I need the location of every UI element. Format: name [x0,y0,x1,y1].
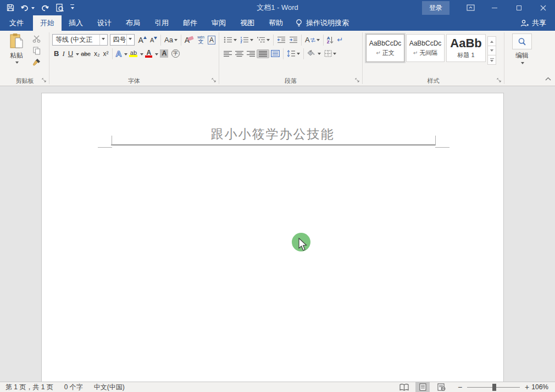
grow-font-button[interactable]: A [137,35,148,45]
font-size-combo[interactable]: 四号 [110,34,135,46]
font-color-button[interactable]: A [143,49,154,58]
text-highlight-button[interactable]: ab [127,49,139,58]
align-center-icon [235,51,243,57]
editing-button[interactable]: 编辑 [505,31,539,76]
shrink-font-button[interactable]: A [148,36,159,44]
distribute-button[interactable] [269,49,281,58]
superscript-button[interactable]: x² [102,49,110,58]
show-hide-marks-button[interactable]: ↵ [335,35,345,44]
read-mode-button[interactable] [397,382,411,392]
tab-insert[interactable]: 插入 [62,15,90,31]
tab-mailings[interactable]: 邮件 [176,15,204,31]
zoom-slider-thumb[interactable] [492,384,496,391]
tab-references[interactable]: 引用 [147,15,176,31]
minimize-button[interactable] [482,0,507,15]
tab-file[interactable]: 文件 [0,15,33,31]
paste-button[interactable]: 粘贴 [4,33,29,76]
asian-layout-button[interactable]: A [303,35,321,44]
justify-button[interactable] [257,49,269,58]
sort-button[interactable]: A Z [325,36,336,44]
format-painter-button[interactable] [31,57,42,67]
page-number-status[interactable]: 第 1 页，共 1 页 [0,382,59,392]
maximize-button[interactable] [507,0,531,15]
document-title-text[interactable]: 跟小小筱学办公技能 [42,126,503,143]
customize-qat-icon[interactable] [70,4,74,11]
tell-me-search[interactable]: 操作说明搜索 [290,15,354,31]
font-name-value: 等线 (中文正 [56,35,99,44]
line-spacing-icon [287,50,296,57]
ribbon-display-options-icon[interactable] [458,0,482,15]
subscript-button[interactable]: x₂ [92,49,102,58]
styles-scroll-down-button[interactable] [487,46,496,55]
web-layout-button[interactable] [434,382,448,392]
strikethrough-button[interactable]: abc [79,50,92,58]
tab-view[interactable]: 视图 [233,15,262,31]
bold-button[interactable]: B [52,49,60,58]
font-size-dropdown-icon[interactable] [126,35,134,45]
character-shading-button[interactable]: A [158,49,170,58]
tab-home[interactable]: 开始 [33,15,62,31]
change-case-button[interactable]: Aa [163,35,179,44]
tab-help[interactable]: 帮助 [262,15,290,31]
zoom-level[interactable]: 106% [531,383,555,391]
collapse-ribbon-button[interactable] [545,73,551,83]
group-clipboard: 粘贴 剪贴板 [1,31,48,86]
margin-crop-mark-left-vertical [112,136,112,145]
style-heading-1[interactable]: AaBb 标题 1 [446,34,486,62]
underline-button[interactable]: U [66,49,75,58]
undo-dropdown-icon[interactable] [31,7,35,11]
undo-button[interactable] [20,4,35,12]
share-button[interactable]: 共享 [511,15,555,31]
line-spacing-button[interactable] [285,49,302,58]
tab-design[interactable]: 设计 [90,15,119,31]
align-center-button[interactable] [234,50,245,58]
style-no-spacing[interactable]: AaBbCcDc ↵ 无间隔 [406,34,445,62]
tab-layout[interactable]: 布局 [119,15,147,31]
borders-button[interactable] [323,49,338,58]
character-border-button[interactable]: A [206,35,217,45]
font-size-value: 四号 [113,35,126,44]
font-name-combo[interactable]: 等线 (中文正 [52,34,108,46]
tab-review[interactable]: 审阅 [204,15,233,31]
font-dialog-launcher-icon[interactable] [212,77,217,84]
enclose-characters-button[interactable]: 字 [170,49,181,58]
multilevel-list-button[interactable] [255,36,271,44]
shading-button[interactable] [306,49,323,58]
editing-dropdown-icon[interactable] [521,62,524,66]
document-page[interactable]: 跟小小筱学办公技能 [41,93,504,382]
print-layout-button[interactable] [415,382,430,392]
increase-indent-button[interactable] [287,36,299,44]
align-right-button[interactable] [245,50,257,58]
styles-scroll-up-button[interactable] [487,36,496,46]
text-effects-button[interactable]: A [114,48,124,59]
copy-button[interactable] [31,46,42,55]
cut-button[interactable] [31,34,42,44]
paragraph-dialog-launcher-icon[interactable] [355,77,360,84]
language-status[interactable]: 中文(中国) [88,382,130,392]
web-layout-icon [437,383,446,391]
phonetic-guide-button[interactable]: wén 文 [196,35,206,45]
clear-formatting-button[interactable]: A [183,35,196,45]
sign-in-button[interactable]: 登录 [422,1,449,15]
font-name-dropdown-icon[interactable] [99,35,107,45]
paste-label: 粘贴 [10,51,23,60]
save-icon[interactable] [7,4,14,12]
clipboard-dialog-launcher-icon[interactable] [42,77,47,84]
close-button[interactable] [531,0,555,15]
numbered-list-icon [240,36,249,43]
decrease-indent-button[interactable] [275,36,287,44]
paste-dropdown-icon[interactable] [15,61,19,65]
italic-button[interactable]: I [60,49,66,59]
styles-dialog-launcher-icon[interactable] [497,77,502,84]
word-count-status[interactable]: 0 个字 [59,382,88,392]
redo-button[interactable] [41,4,49,12]
zoom-out-button[interactable]: − [456,383,464,391]
style-normal[interactable]: AaBbCcDc ↵ 正文 [366,34,404,62]
zoom-slider[interactable] [467,382,520,392]
bullets-button[interactable] [222,36,238,44]
print-preview-icon[interactable] [56,3,64,12]
zoom-in-button[interactable]: + [523,383,531,391]
align-left-button[interactable] [222,50,234,58]
numbering-button[interactable] [238,36,255,44]
styles-more-button[interactable] [487,55,496,65]
